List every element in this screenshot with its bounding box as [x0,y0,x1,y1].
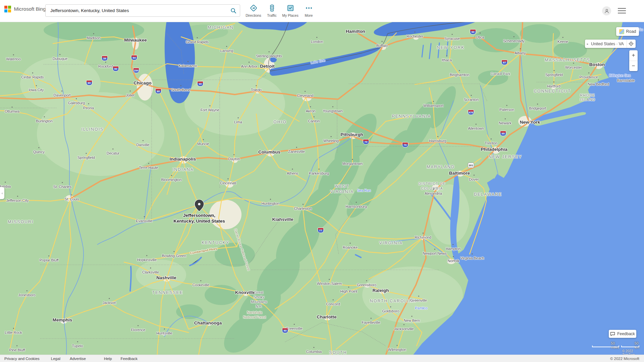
footer-link-feedback[interactable]: Feedback [121,357,138,361]
user-avatar[interactable] [602,6,611,15]
person-icon [604,8,609,14]
footer-link-legal[interactable]: Legal [51,357,60,361]
zoom-control: + − [629,50,638,71]
search-box[interactable] [45,4,240,17]
footer-link-advertise[interactable]: Advertise [70,357,86,361]
top-bar: Microsoft Bing Directions [0,0,644,22]
location-pin[interactable] [194,199,204,212]
feedback-button[interactable]: Feedback [609,330,636,338]
traffic-light-icon [268,4,276,12]
zoom-out-button[interactable]: − [629,61,638,71]
hamburger-menu-button[interactable] [618,8,626,13]
pin-label: Jeffersontown,Kentucky, United States [173,213,225,224]
directions-icon [249,4,258,12]
map-toolbar: Directions Traffic My Places [244,2,318,17]
search-icon [230,8,236,14]
microsoft-logo-icon [4,6,11,12]
bing-maps-app: MadisonMilwaukeeWaterlooDubuqueCedar Rap… [0,0,644,362]
locate-me-button[interactable] [627,40,636,48]
my-places-button[interactable]: My Places [281,2,300,17]
traffic-button[interactable]: Traffic [263,2,281,17]
microsoft-copyright: © 2022 Microsoft [610,357,639,361]
map-canvas[interactable] [0,0,644,362]
footer-link-privacy[interactable]: Privacy and Cookies [4,357,40,361]
my-places-icon [286,4,295,12]
sidebar-collapse-tab[interactable]: ‹ [0,187,4,199]
search-button[interactable] [227,5,240,16]
chevron-right-icon[interactable]: ▸ [585,42,590,46]
brand-text: Microsoft Bing [14,6,46,12]
directions-button[interactable]: Directions [244,2,263,17]
footer-link-help[interactable]: Help [104,357,112,361]
zoom-in-button[interactable]: + [629,50,638,61]
locate-icon [629,41,634,46]
bing-logo[interactable]: Microsoft Bing [4,6,46,12]
region-label: United States · VA [590,42,627,46]
map-style-button[interactable]: Road [616,27,639,36]
footer-bar: Privacy and Cookies Legal Advertise Help… [0,355,644,362]
search-input[interactable] [46,8,227,13]
more-dots-icon [305,4,313,12]
region-breadcrumb-bar[interactable]: ▸ United States · VA [585,40,636,48]
more-button[interactable]: More [300,2,318,17]
map-style-icon [619,29,624,34]
speech-bubble-icon [610,332,615,336]
